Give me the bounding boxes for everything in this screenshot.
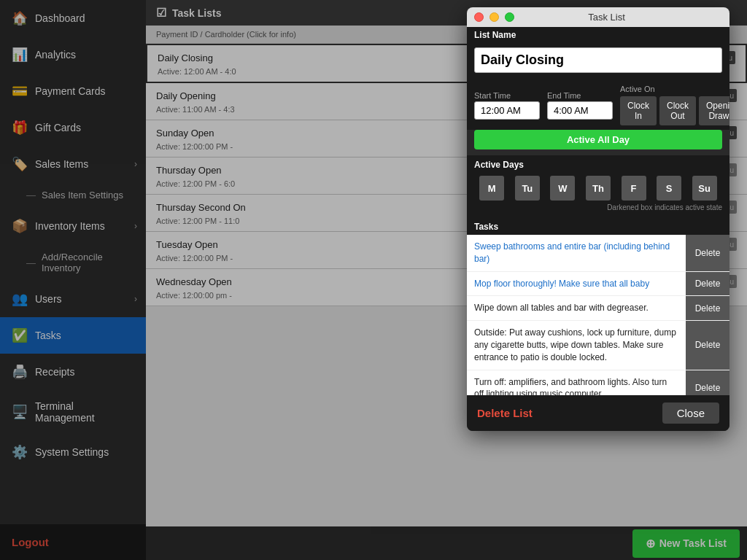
maximize-traffic-light[interactable] xyxy=(505,12,514,22)
active-all-day-button[interactable]: Active All Day xyxy=(474,130,722,149)
active-days-label: Active Days xyxy=(474,160,722,173)
tasks-label: Tasks xyxy=(467,217,729,235)
task-item: Turn off: amplifiers, and bathroom light… xyxy=(467,370,729,395)
modal-titlebar: Task List xyxy=(467,7,729,27)
close-button[interactable]: Close xyxy=(662,402,719,424)
clock-in-btn[interactable]: ClockIn xyxy=(620,96,657,125)
days-grid: M Tu W Th F S Su xyxy=(474,176,722,201)
task-modal: Task List List Name Start Time End Time … xyxy=(467,7,729,431)
day-W-btn[interactable]: W xyxy=(550,176,575,201)
tasks-list[interactable]: Sweep bathrooms and entire bar (includin… xyxy=(467,235,729,395)
day-Th-btn[interactable]: Th xyxy=(586,176,611,201)
time-row: Start Time End Time Active On ClockIn Cl… xyxy=(467,80,729,130)
active-on-label: Active On xyxy=(620,85,729,93)
delete-list-button[interactable]: Delete List xyxy=(477,407,533,419)
task-item: Outside: Put away cushions, lock up furn… xyxy=(467,321,729,370)
task-item: Sweep bathrooms and entire bar (includin… xyxy=(467,235,729,272)
modal-overlay: Task List List Name Start Time End Time … xyxy=(0,0,747,560)
task-item-text: Sweep bathrooms and entire bar (includin… xyxy=(467,235,686,271)
task-item-text: Mop floor thoroughly! Make sure that all… xyxy=(467,272,686,296)
day-M-btn[interactable]: M xyxy=(479,176,504,201)
list-name-section xyxy=(467,43,729,80)
active-on-buttons: ClockIn ClockOut OpeningDrawer ClosingDr… xyxy=(620,96,729,125)
task-delete-button[interactable]: Delete xyxy=(686,321,729,369)
start-time-input[interactable] xyxy=(474,101,540,120)
task-item-text: Wipe down all tables and bar with degrea… xyxy=(467,296,686,320)
end-time-input[interactable] xyxy=(547,101,613,120)
day-Su-btn[interactable]: Su xyxy=(692,176,717,201)
modal-footer: Delete List Close xyxy=(467,395,729,431)
modal-title: Task List xyxy=(520,12,693,23)
list-name-input[interactable] xyxy=(474,47,722,73)
task-item-text: Turn off: amplifiers, and bathroom light… xyxy=(467,370,686,395)
active-on-section: Active On ClockIn ClockOut OpeningDrawer… xyxy=(620,85,729,125)
task-item: Wipe down all tables and bar with degrea… xyxy=(467,296,729,321)
tasks-section: Tasks Sweep bathrooms and entire bar (in… xyxy=(467,217,729,395)
day-S-btn[interactable]: S xyxy=(657,176,681,201)
task-delete-button[interactable]: Delete xyxy=(686,272,729,296)
task-delete-button[interactable]: Delete xyxy=(686,370,729,395)
opening-drawer-btn[interactable]: OpeningDrawer xyxy=(699,96,729,125)
start-time-label: Start Time xyxy=(474,91,540,100)
task-item: Mop floor thoroughly! Make sure that all… xyxy=(467,272,729,297)
list-name-label: List Name xyxy=(467,27,729,43)
minimize-traffic-light[interactable] xyxy=(489,12,499,22)
active-days-section: Active Days M Tu W Th F S Su Darkened bo… xyxy=(467,155,729,217)
start-time-group: Start Time xyxy=(474,91,540,120)
day-F-btn[interactable]: F xyxy=(622,176,646,201)
close-traffic-light[interactable] xyxy=(474,12,484,22)
task-delete-button[interactable]: Delete xyxy=(686,235,729,271)
end-time-label: End Time xyxy=(547,91,613,100)
days-hint: Darkened box indicates active state xyxy=(474,203,722,211)
task-item-text: Outside: Put away cushions, lock up furn… xyxy=(467,321,686,369)
task-delete-button[interactable]: Delete xyxy=(686,296,729,320)
clock-out-btn[interactable]: ClockOut xyxy=(659,96,696,125)
day-Tu-btn[interactable]: Tu xyxy=(515,176,540,201)
end-time-group: End Time xyxy=(547,91,613,120)
